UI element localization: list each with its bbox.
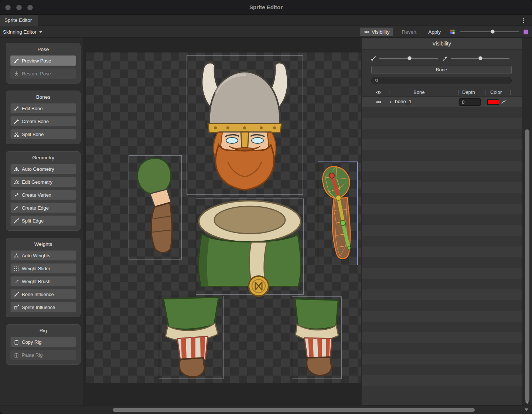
zoom-slider[interactable] xyxy=(460,27,519,36)
create-vertex-button[interactable]: Create Vertex xyxy=(10,190,76,200)
button-label: Weight Brush xyxy=(22,279,51,284)
sprite-influence-icon xyxy=(14,305,19,310)
bone-opacity-brush-icon xyxy=(371,55,376,61)
vertical-scrollbar-thumb[interactable] xyxy=(525,129,529,401)
geometry-group: Geometry Auto Geometry Edit Geometry Cre… xyxy=(6,151,81,231)
scroll-corner-arrow-icon[interactable] xyxy=(525,408,528,411)
eyedropper-icon[interactable] xyxy=(501,99,506,105)
apply-button[interactable]: Apply xyxy=(424,27,444,36)
sprite-bounds-arm-mitten xyxy=(129,155,182,259)
copy-rig-button[interactable]: Copy Rig xyxy=(10,337,76,347)
create-edge-button[interactable]: Create Edge xyxy=(10,203,76,213)
mesh-opacity-handle[interactable] xyxy=(478,56,482,60)
toggle-all-visibility-eye-icon[interactable] xyxy=(376,89,382,95)
auto-geometry-icon xyxy=(14,166,19,172)
sprite-influence-button[interactable]: Sprite Influence xyxy=(10,302,76,312)
button-label: Copy Rig xyxy=(22,339,41,345)
weight-slider-button[interactable]: Weight Slider xyxy=(10,263,76,274)
button-label: Sprite Influence xyxy=(22,305,55,310)
button-label: Paste Rig xyxy=(22,352,42,358)
geometry-group-title: Geometry xyxy=(10,155,76,160)
edit-geometry-button[interactable]: Edit Geometry xyxy=(10,177,76,187)
bone-depth-input[interactable] xyxy=(459,98,481,106)
bone-opacity-handle[interactable] xyxy=(407,56,412,60)
rig-group: Rig Copy Rig Paste Rig xyxy=(6,324,81,365)
create-bone-button[interactable]: Create Bone xyxy=(10,116,76,126)
button-label: Edit Bone xyxy=(22,106,42,111)
visibility-panel: Visibility Bone Bone Depth Color xyxy=(361,38,522,405)
button-label: Split Bone xyxy=(22,132,44,137)
bone-visibility-eye-icon[interactable] xyxy=(376,99,382,105)
tab-sprite-editor[interactable]: Sprite Editor xyxy=(0,15,38,26)
color-channels-icon[interactable] xyxy=(449,29,456,35)
bones-group-title: Bones xyxy=(10,94,76,100)
button-label: Create Edge xyxy=(22,205,49,211)
button-label: Create Bone xyxy=(22,119,49,124)
sprite-bounds-leg-left xyxy=(159,296,224,379)
mesh-opacity-slider[interactable] xyxy=(442,54,511,63)
zoom-slider-track[interactable] xyxy=(460,31,519,32)
auto-weights-icon xyxy=(14,253,19,258)
sprite-bounds-arm-selected xyxy=(318,162,358,265)
bone-search-input[interactable] xyxy=(381,78,508,84)
pose-group-title: Pose xyxy=(10,47,76,52)
scroll-down-arrow-icon[interactable] xyxy=(525,401,529,404)
split-bone-icon xyxy=(14,132,19,137)
button-label: Preview Pose xyxy=(22,58,51,64)
weights-group-title: Weights xyxy=(10,241,76,247)
tool-sidebar: Pose Preview Pose Restore Pose Bones Edi… xyxy=(6,43,81,372)
column-depth: Depth xyxy=(462,89,475,95)
zoom-slider-handle[interactable] xyxy=(491,30,495,34)
bone-influence-icon xyxy=(14,292,19,297)
bone-tab-button[interactable]: Bone xyxy=(371,66,512,74)
visibility-panel-title: Visibility xyxy=(362,38,522,50)
bone-list-header: Bone Depth Color xyxy=(362,88,522,97)
bones-group: Bones Edit Bone Create Bone Split Bone xyxy=(6,91,81,144)
skinning-editor-dropdown[interactable]: Skinning Editor xyxy=(3,26,42,38)
edit-geometry-icon xyxy=(14,179,19,185)
alpha-slider-handle-icon[interactable] xyxy=(524,30,528,34)
bone-row[interactable]: bone_1 xyxy=(362,97,522,107)
revert-button[interactable]: Revert xyxy=(398,27,420,36)
canvas[interactable] xyxy=(83,38,361,405)
create-vertex-icon xyxy=(14,192,19,198)
preview-pose-icon xyxy=(14,58,19,64)
tabbar: Sprite Editor xyxy=(0,15,532,26)
toolbar: Skinning Editor Visibility Revert Apply xyxy=(0,26,532,38)
column-color: Color xyxy=(490,89,502,95)
restore-pose-icon xyxy=(14,71,19,77)
vertical-scrollbar[interactable] xyxy=(522,38,532,405)
sprite-editor-window: Sprite Editor Sprite Editor Skinning Edi… xyxy=(0,0,532,414)
auto-geometry-button[interactable]: Auto Geometry xyxy=(10,164,76,174)
sprite-bounds-head xyxy=(187,55,303,195)
restore-pose-button[interactable]: Restore Pose xyxy=(10,68,76,79)
paste-rig-button[interactable]: Paste Rig xyxy=(10,350,76,360)
edit-bone-button[interactable]: Edit Bone xyxy=(10,103,76,113)
split-bone-button[interactable]: Split Bone xyxy=(10,129,76,139)
overflow-menu-icon[interactable] xyxy=(520,17,527,24)
button-label: Bone Influence xyxy=(22,292,54,297)
create-bone-icon xyxy=(14,119,19,124)
horizontal-scrollbar-thumb[interactable] xyxy=(113,408,475,412)
weight-brush-icon xyxy=(14,279,19,284)
weights-group: Weights Auto Weights Weight Slider Weigh… xyxy=(6,238,81,317)
column-bone: Bone xyxy=(413,89,424,95)
split-edge-button[interactable]: Split Edge xyxy=(10,216,76,226)
titlebar: Sprite Editor xyxy=(0,0,532,15)
button-label: Create Vertex xyxy=(22,192,51,198)
bone-color-swatch[interactable] xyxy=(487,99,499,105)
bone-influence-button[interactable]: Bone Influence xyxy=(10,289,76,299)
search-icon xyxy=(375,78,379,83)
bone-list-empty-rows xyxy=(362,107,522,386)
horizontal-scrollbar[interactable] xyxy=(0,405,532,414)
auto-weights-button[interactable]: Auto Weights xyxy=(10,250,76,261)
preview-pose-button[interactable]: Preview Pose xyxy=(10,55,76,66)
visibility-label: Visibility xyxy=(372,29,390,35)
visibility-toggle-button[interactable]: Visibility xyxy=(360,27,394,36)
bone-opacity-slider[interactable] xyxy=(371,54,439,63)
button-label: Auto Weights xyxy=(22,253,50,258)
expand-triangle-icon[interactable] xyxy=(389,100,393,104)
bone-search-box[interactable] xyxy=(371,77,512,84)
button-label: Weight Slider xyxy=(22,266,50,271)
weight-brush-button[interactable]: Weight Brush xyxy=(10,276,76,286)
